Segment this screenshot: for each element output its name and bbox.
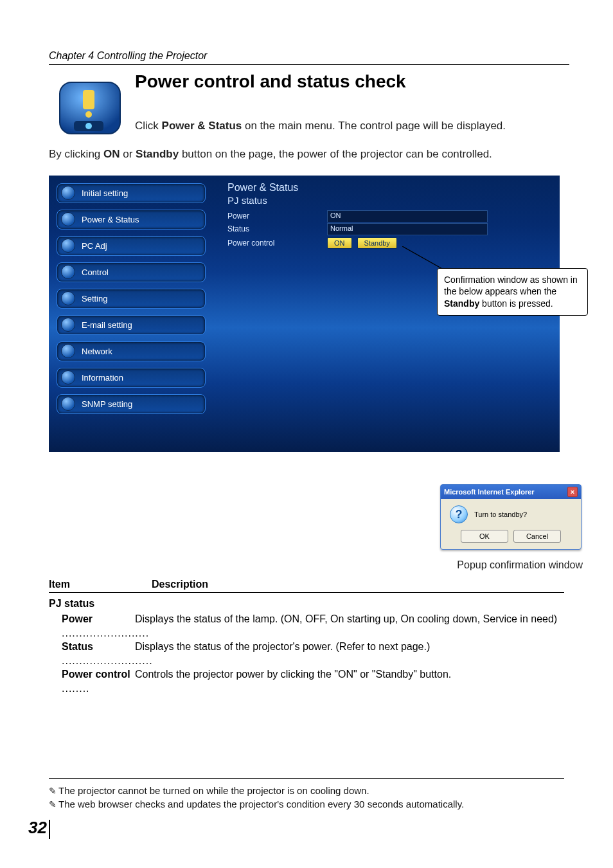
sidebar-item-setting[interactable]: Setting [57, 289, 206, 309]
table-row: Status .......................... Displa… [49, 640, 564, 667]
label-power: Power [227, 210, 327, 222]
projector-ui-screenshot: Initial setting Power & Status PC Adj Co… [49, 176, 560, 452]
popup-title: Microsoft Internet Explorer [444, 488, 535, 496]
sidebar-item-network[interactable]: Network [57, 341, 206, 361]
panel-subtitle: PJ status [227, 195, 267, 206]
note-icon: ✎ [49, 799, 57, 809]
row-power: Power ON [227, 210, 504, 222]
close-icon[interactable]: × [567, 487, 578, 497]
sidebar-menu: Initial setting Power & Status PC Adj Co… [57, 183, 206, 420]
popup-caption: Popup confirmation window [457, 559, 583, 571]
ok-button[interactable]: OK [461, 530, 508, 543]
wrench-icon [61, 291, 75, 305]
globe-icon [61, 344, 75, 358]
standby-button[interactable]: Standby [357, 237, 397, 249]
popup-message: Turn to standby? [474, 511, 527, 518]
value-power: ON [327, 210, 488, 222]
sidebar-item-initial-setting[interactable]: Initial setting [57, 183, 206, 203]
confirmation-popup: Microsoft Internet Explorer × ? Turn to … [440, 484, 582, 550]
table-row: Power control ........ Controls the proj… [49, 667, 564, 695]
row-power-control: Power control ON Standby [227, 237, 504, 249]
table-row: Power ......................... Displays… [49, 612, 564, 640]
svg-rect-1 [83, 90, 94, 109]
description-table: Item Description PJ status Power .......… [49, 579, 564, 696]
subhead-pj-status: PJ status [49, 598, 564, 610]
page-number-bar [49, 820, 50, 839]
monitor-icon [61, 239, 75, 253]
snmp-icon [61, 397, 75, 411]
info-icon [61, 370, 75, 384]
note-icon: ✎ [49, 786, 57, 796]
cancel-button[interactable]: Cancel [513, 530, 561, 543]
panel-title: Power & Status [227, 182, 298, 194]
callout-box: Confirmation window as shown in the belo… [437, 268, 588, 316]
sidebar-item-control[interactable]: Control [57, 262, 206, 282]
on-button[interactable]: ON [327, 237, 352, 249]
intro-paragraph-1: Click Power & Status on the main menu. T… [135, 118, 569, 134]
page-title: Power control and status check [135, 71, 569, 92]
sidebar-item-power-status[interactable]: Power & Status [57, 210, 206, 230]
value-status: Normal [327, 223, 488, 235]
label-power-control: Power control [227, 237, 327, 249]
question-icon: ? [450, 505, 468, 523]
page-number: 32 [28, 818, 47, 838]
col-description: Description [152, 579, 208, 590]
label-status: Status [227, 223, 327, 235]
intro-paragraph-2: By clicking ON or Standby button on the … [49, 146, 569, 163]
chapter-heading: Chapter 4 Controlling the Projector [49, 50, 569, 65]
sidebar-item-pc-adj[interactable]: PC Adj [57, 236, 206, 256]
power-icon [61, 212, 75, 226]
sidebar-item-snmp-setting[interactable]: SNMP setting [57, 394, 206, 414]
row-status: Status Normal [227, 223, 504, 235]
control-icon [61, 265, 75, 279]
footnotes: ✎The projector cannot be turned on while… [49, 778, 564, 812]
sidebar-item-email-setting[interactable]: E-mail setting [57, 315, 206, 335]
mail-icon [61, 318, 75, 332]
svg-point-4 [85, 123, 92, 129]
col-item: Item [49, 579, 152, 590]
svg-point-2 [85, 111, 92, 118]
sidebar-item-information[interactable]: Information [57, 368, 206, 388]
section-hero-icon [49, 74, 131, 145]
gear-icon [61, 186, 75, 200]
